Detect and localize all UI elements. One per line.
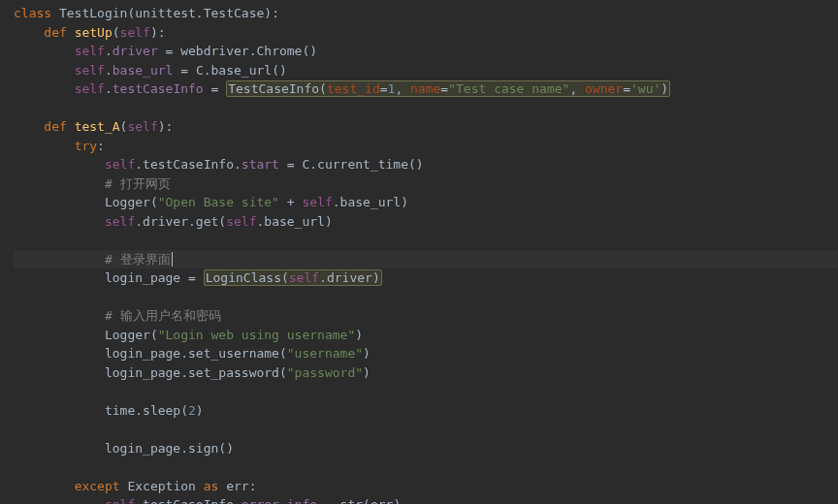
comment: # 输入用户名和密码 xyxy=(105,308,221,323)
blank-line xyxy=(14,99,838,118)
highlighted-call: LoginClass(self.driver) xyxy=(204,269,382,286)
code-line-active: # 登录界面 xyxy=(14,250,838,269)
code-line: self.base_url = C.base_url() xyxy=(14,61,838,80)
highlighted-call: TestCaseInfo(test_id=1, name="Test case … xyxy=(226,80,670,97)
method-name: setUp xyxy=(75,25,113,40)
code-line: def setUp(self): xyxy=(14,23,838,43)
code-line: self.testCaseInfo = TestCaseInfo(test_id… xyxy=(14,79,838,99)
base-class: unittest.TestCase xyxy=(135,6,264,20)
code-line: Logger("Login web using username") xyxy=(14,326,838,345)
code-editor[interactable]: class TestLogin(unittest.TestCase): def … xyxy=(14,4,838,504)
code-line: # 打开网页 xyxy=(14,174,838,194)
comment: # 打开网页 xyxy=(105,176,171,191)
class-name: TestLogin xyxy=(59,6,127,20)
blank-line xyxy=(14,420,838,439)
code-line: Logger("Open Base site" + self.base_url) xyxy=(14,193,838,212)
code-line: login_page.sign() xyxy=(14,439,838,458)
blank-line xyxy=(14,382,838,401)
code-line: except Exception as err: xyxy=(14,477,838,496)
code-line: try: xyxy=(14,137,838,156)
keyword-class: class xyxy=(14,6,51,20)
keyword-def: def xyxy=(44,25,66,40)
code-line: self.testCaseInfo.error_info = str(err) xyxy=(14,495,838,504)
code-line: # 输入用户名和密码 xyxy=(14,306,838,326)
code-line: login_page = LoginClass(self.driver) xyxy=(14,268,838,288)
code-line: self.driver.get(self.base_url) xyxy=(14,212,838,232)
blank-line xyxy=(14,231,838,250)
text-cursor xyxy=(172,252,173,267)
code-line: def test_A(self): xyxy=(14,117,838,137)
blank-line xyxy=(14,457,838,477)
code-line: time.sleep(2) xyxy=(14,401,838,421)
blank-line xyxy=(14,288,838,307)
code-line: login_page.set_password("password") xyxy=(14,363,838,383)
code-line: self.driver = webdriver.Chrome() xyxy=(14,42,838,61)
code-line: self.testCaseInfo.start = C.current_time… xyxy=(14,155,838,174)
code-line: class TestLogin(unittest.TestCase): xyxy=(14,4,838,23)
comment: # 登录界面 xyxy=(105,252,171,267)
self-param: self xyxy=(120,25,150,40)
code-line: login_page.set_username("username") xyxy=(14,344,838,363)
